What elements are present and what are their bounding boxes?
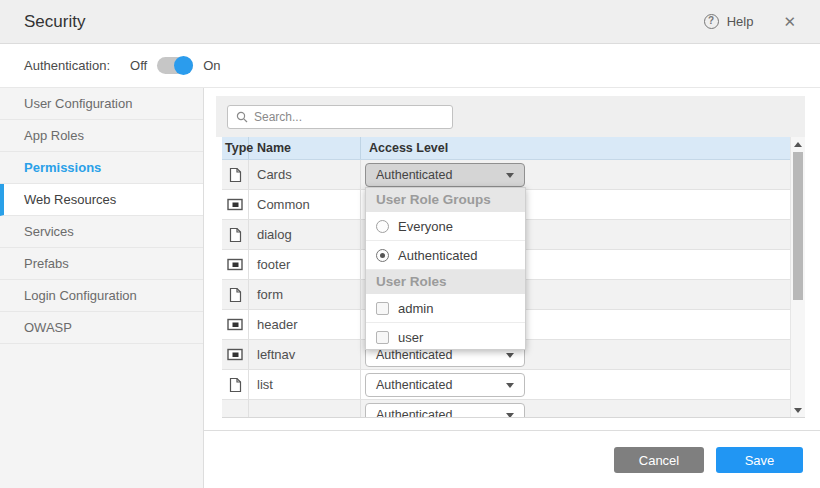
save-button[interactable]: Save (716, 447, 803, 473)
col-header-name: Name (249, 137, 361, 159)
chevron-down-icon (506, 413, 514, 418)
toggle-off-label: Off (130, 58, 147, 73)
sidebar-item-web-resources[interactable]: Web Resources (0, 184, 203, 216)
name-cell: Common (249, 190, 361, 219)
access-level-cell: Authenticated (361, 370, 790, 399)
chevron-down-icon (506, 173, 514, 178)
type-cell (222, 250, 249, 279)
access-level-dropdown-panel: User Role Groups EveryoneAuthenticated U… (365, 187, 526, 350)
sidebar: User ConfigurationApp RolesPermissionsWe… (0, 88, 204, 488)
access-level-value: Authenticated (376, 408, 452, 418)
radio-unchecked-icon (376, 220, 389, 233)
access-level-value: Authenticated (376, 378, 452, 392)
dropdown-group-header: User Role Groups (366, 188, 525, 212)
chevron-down-icon (506, 383, 514, 388)
scroll-down-icon[interactable] (791, 403, 805, 417)
partial-icon (227, 318, 243, 331)
partial-icon (227, 348, 243, 361)
table-row: CardsAuthenticated (222, 160, 790, 190)
page-title: Security (24, 12, 85, 32)
sidebar-item-user-configuration[interactable]: User Configuration (0, 88, 203, 120)
checkbox-unchecked-icon (376, 302, 389, 315)
dropdown-option-authenticated[interactable]: Authenticated (366, 241, 525, 270)
access-level-value: Authenticated (376, 168, 452, 182)
access-level-select[interactable]: Authenticated (365, 163, 525, 187)
page-icon (229, 227, 242, 243)
sidebar-item-app-roles[interactable]: App Roles (0, 120, 203, 152)
footer: Cancel Save (204, 430, 820, 488)
access-level-select[interactable]: Authenticated (365, 403, 525, 418)
type-cell (222, 160, 249, 189)
access-level-select[interactable]: Authenticated (365, 373, 525, 397)
sidebar-item-login-configuration[interactable]: Login Configuration (0, 280, 203, 312)
type-cell (222, 400, 249, 418)
titlebar: Security ? Help ✕ (0, 0, 820, 44)
name-cell: Cards (249, 160, 361, 189)
authentication-label: Authentication: (24, 58, 110, 73)
name-cell: footer (249, 250, 361, 279)
type-cell (222, 190, 249, 219)
type-cell (222, 370, 249, 399)
help-icon[interactable]: ? (704, 14, 719, 29)
table-row: Authenticated (222, 400, 790, 418)
page-icon (229, 167, 242, 183)
name-cell: leftnav (249, 340, 361, 369)
type-cell (222, 280, 249, 309)
type-cell (222, 340, 249, 369)
grid-toolbar: Search... (216, 96, 805, 137)
security-dialog: Security ? Help ✕ Authentication: Off On… (0, 0, 820, 488)
table-row: listAuthenticated (222, 370, 790, 400)
sidebar-item-permissions[interactable]: Permissions (0, 152, 203, 184)
dropdown-option-user[interactable]: user (366, 323, 525, 350)
sidebar-item-owasp[interactable]: OWASP (0, 312, 203, 344)
dropdown-option-everyone[interactable]: Everyone (366, 212, 525, 241)
sidebar-item-prefabs[interactable]: Prefabs (0, 248, 203, 280)
name-cell: form (249, 280, 361, 309)
type-cell (222, 310, 249, 339)
option-label: user (398, 330, 423, 345)
search-icon (236, 111, 248, 123)
scrollbar-thumb[interactable] (793, 152, 803, 300)
name-cell (249, 400, 361, 418)
access-level-cell: Authenticated (361, 160, 790, 189)
scroll-up-icon[interactable] (791, 137, 805, 151)
partial-icon (227, 258, 243, 271)
search-input[interactable]: Search... (227, 105, 453, 129)
dropdown-role-options: adminuser (366, 294, 525, 350)
col-header-type: Type (222, 137, 249, 159)
table-scrollbar[interactable] (790, 137, 805, 417)
name-cell: list (249, 370, 361, 399)
close-icon[interactable]: ✕ (783, 13, 796, 31)
dropdown-group-options: EveryoneAuthenticated (366, 212, 525, 270)
name-cell: header (249, 310, 361, 339)
radio-checked-icon (376, 249, 389, 262)
dropdown-roles-header: User Roles (366, 270, 525, 294)
checkbox-unchecked-icon (376, 331, 389, 344)
sidebar-item-services[interactable]: Services (0, 216, 203, 248)
option-label: admin (398, 301, 433, 316)
access-level-value: Authenticated (376, 348, 452, 362)
type-cell (222, 220, 249, 249)
toggle-on-label: On (203, 58, 220, 73)
cancel-button[interactable]: Cancel (614, 447, 704, 473)
partial-icon (227, 198, 243, 211)
table-header: Type Name Access Level (222, 137, 805, 160)
search-placeholder: Search... (254, 110, 302, 124)
toggle-knob (174, 56, 193, 75)
access-level-cell: Authenticated (361, 400, 790, 418)
help-link[interactable]: Help (727, 14, 754, 29)
col-header-access-level: Access Level (361, 137, 790, 159)
option-label: Authenticated (398, 248, 478, 263)
chevron-down-icon (506, 353, 514, 358)
dropdown-option-admin[interactable]: admin (366, 294, 525, 323)
page-icon (229, 287, 242, 303)
option-label: Everyone (398, 219, 453, 234)
authentication-row: Authentication: Off On (0, 44, 820, 88)
name-cell: dialog (249, 220, 361, 249)
page-icon (229, 377, 242, 393)
authentication-toggle[interactable] (157, 57, 193, 74)
